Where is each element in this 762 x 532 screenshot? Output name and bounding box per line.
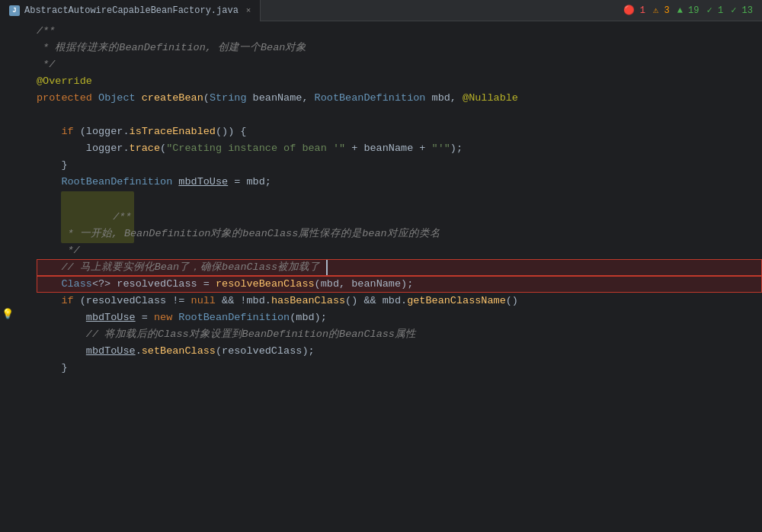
paren4: ( <box>74 293 86 309</box>
str-creating: "Creating instance of bean '" <box>166 140 345 157</box>
gutter-26 <box>0 441 24 457</box>
indent8c <box>37 326 86 343</box>
assign3: = <box>136 309 154 326</box>
code-line-21: } <box>37 360 762 377</box>
var-logger: logger <box>86 123 123 140</box>
gutter-31 <box>0 524 24 532</box>
paren8: ( <box>216 343 222 360</box>
gutter-5 <box>0 88 24 105</box>
space-p: ( <box>74 123 86 140</box>
var-mbdtouse: mbdToUse <box>178 174 228 191</box>
paren6: () <box>506 293 518 309</box>
generic: <?> <box>92 276 110 293</box>
error-count: 🔴 1 <box>623 5 645 16</box>
comment2-close: */ <box>61 242 79 259</box>
indent4j <box>37 360 61 377</box>
close-brace: } <box>61 157 67 174</box>
space6 <box>110 276 117 293</box>
code-line-20: mbdToUse . setBeanClass ( resolvedClass … <box>37 343 762 360</box>
tab-bar: J AbstractAutowireCapableBeanFactory.jav… <box>0 0 762 21</box>
comment-line2: * 根据传进来的 <box>37 40 119 56</box>
indent4 <box>37 123 61 140</box>
comment3: * 一开始, <box>61 226 124 242</box>
space5 <box>172 174 178 191</box>
inline-comment-cn: // 马上就要实例化Bean了，确保beanClass被加载了 <box>61 259 320 276</box>
code-editor[interactable]: /** * 根据传进来的BeanDefinition, 创建一个Bean对象 *… <box>30 21 762 532</box>
method-createbean: createBean <box>142 90 203 107</box>
close-paren: ); <box>450 140 463 157</box>
active-tab[interactable]: J AbstractAutowireCapableBeanFactory.jav… <box>0 0 261 21</box>
comma2: , <box>450 90 463 107</box>
tab-close-button[interactable]: × <box>246 6 251 15</box>
code-line-15: // 马上就要实例化Bean了，确保beanClass被加载了 <box>37 259 762 276</box>
editor-area: 💡 /** * 根据传进来的BeanDefinition, 创建一个Bean对象… <box>0 21 762 532</box>
dot4: . <box>401 293 407 309</box>
gutter-27 <box>0 457 24 474</box>
gutter-17 <box>0 290 24 306</box>
concat2: + <box>413 140 431 157</box>
var-logger2: logger <box>86 140 123 157</box>
comment3d: 对应的类名 <box>387 226 440 242</box>
kw-null: null <box>191 293 216 309</box>
amp: && ! <box>216 293 247 309</box>
gutter-24 <box>0 407 24 424</box>
paren5: () && <box>345 293 383 309</box>
gutter-9 <box>0 155 24 172</box>
gutter-13 <box>0 223 24 239</box>
assign2: = <box>197 276 216 293</box>
gutter-14 <box>0 239 24 256</box>
paren2: ( <box>160 140 166 157</box>
comment-line2b: , 创建一个 <box>206 40 261 56</box>
indent8b <box>37 309 86 326</box>
space4 <box>425 90 431 107</box>
paren3: ( <box>315 276 321 293</box>
comment3c: 属性保存的是 <box>298 226 362 242</box>
code-line-17: if ( resolvedClass != null && ! mbd . ha… <box>37 293 762 309</box>
space1 <box>92 90 98 107</box>
var-mbd3: mbd <box>321 276 339 293</box>
method-istraceenabled: isTraceEnabled <box>130 123 216 140</box>
code-line-7: if ( logger . isTraceEnabled ()) { <box>37 123 762 140</box>
indent4f <box>37 242 61 259</box>
gutter-30 <box>0 508 24 524</box>
parens: ()) { <box>216 123 247 140</box>
code-line-11 <box>37 191 762 207</box>
var-resolvedclass: resolvedClass <box>117 276 197 293</box>
gutter-3 <box>0 55 24 72</box>
code-line-2: * 根据传进来的BeanDefinition, 创建一个Bean对象 <box>37 40 762 56</box>
info-count-2: ✓ 1 <box>707 5 724 16</box>
str-quote: "'" <box>432 140 450 157</box>
code-line-12: /** <box>37 209 762 226</box>
code-line-6 <box>37 107 762 123</box>
code-line-18: mbdToUse = new RootBeanDefinition ( mbd … <box>37 309 762 326</box>
paren7: ( <box>290 309 296 326</box>
gutter-7 <box>0 122 24 139</box>
annotation-nullable: @Nullable <box>463 90 518 107</box>
var-resolvedclass3: resolvedClass <box>222 343 302 360</box>
var-beanname2: beanName <box>363 140 413 157</box>
info-count-3: ✓ 13 <box>731 5 753 16</box>
type-class: Class <box>61 276 92 293</box>
var-resolvedclass2: resolvedClass <box>86 293 166 309</box>
code-line-19: // 将加载后的Class对象设置到BeanDefinition的BeanCla… <box>37 326 762 343</box>
gutter-28 <box>0 474 24 491</box>
code-line-5: protected Object createBean ( String bea… <box>37 90 762 107</box>
inline-comment-cn2: // 将加载后的Class对象设置到BeanDefinition的BeanCla… <box>86 326 416 343</box>
gutter-12 <box>0 206 24 223</box>
gutter-20 <box>0 340 24 357</box>
indent4d <box>37 209 61 226</box>
gutter-4 <box>0 72 24 88</box>
indent4i <box>37 293 61 309</box>
comment-bean-italic: Bean <box>261 40 285 56</box>
gutter-2 <box>0 38 24 55</box>
var-beanname: beanName <box>253 90 303 107</box>
gutter-29 <box>0 491 24 508</box>
comment3-beanclass: beanClass <box>242 226 298 242</box>
concat1: + <box>345 140 363 157</box>
indent4c <box>37 174 61 191</box>
var-mbd6: mbd <box>296 309 314 326</box>
code-line-8: logger . trace ( "Creating instance of b… <box>37 140 762 157</box>
space2 <box>136 90 142 107</box>
gutter-25 <box>0 424 24 441</box>
code-line-1: /** <box>37 23 762 40</box>
